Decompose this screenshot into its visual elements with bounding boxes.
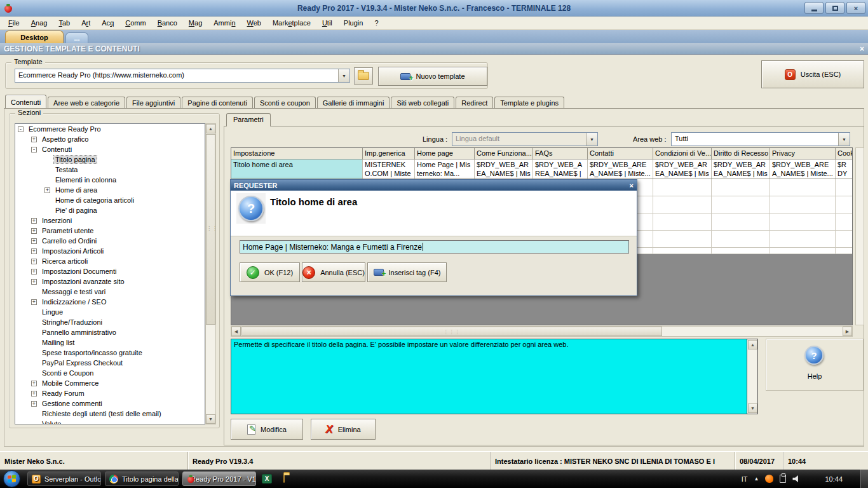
tree-expand-icon[interactable]: + <box>31 228 37 234</box>
area-web-combo[interactable]: Tutti ▼ <box>671 132 850 146</box>
main-tab[interactable]: Siti web collegati <box>391 97 454 109</box>
menu-item[interactable]: Plugin <box>338 18 369 28</box>
inserisci-tag-button[interactable]: + Inserisci tag (F4) <box>367 262 447 282</box>
main-tab[interactable]: Pagine di contenuti <box>182 97 253 109</box>
grid-empty-cell[interactable] <box>653 248 712 254</box>
menu-item[interactable]: Mag <box>183 18 208 28</box>
grid-cell[interactable]: $RDY_WEB_AREA_NAME$ | Miste... <box>588 159 653 179</box>
scroll-up-icon[interactable]: ▲ <box>748 340 757 349</box>
grid-empty-cell[interactable] <box>836 231 853 247</box>
grid-cell[interactable]: Home Page | Misterneko: Ma... <box>415 159 475 179</box>
annulla-button[interactable]: × Annulla (ESC) <box>302 262 365 282</box>
new-template-button[interactable]: + Nuovo template <box>378 67 487 86</box>
grid-empty-cell[interactable] <box>836 196 853 213</box>
description-scrollbar[interactable]: ▲ ▼ <box>747 339 757 414</box>
grid-empty-cell[interactable] <box>770 231 836 247</box>
tree-item[interactable]: + Gestione commenti <box>15 398 205 409</box>
tree-expand-icon[interactable]: + <box>31 381 37 386</box>
taskbar-button-chrome[interactable]: Titolo pagina della h... <box>105 471 179 486</box>
grid-cell[interactable]: $RDY_WEB_AREA_NAME$ | Miste... <box>653 159 712 179</box>
elimina-button[interactable]: X Elimina <box>311 419 376 440</box>
grid-cell[interactable]: $RDY_WEB_AREA_NAME$ | Miste... <box>475 159 533 179</box>
grid-column-header[interactable]: Diritto di Recesso <box>712 148 770 159</box>
tree-item[interactable]: Elementi in colonna <box>15 175 205 185</box>
taskbar-button-outlook[interactable]: O Serverplan - Outlook... <box>27 471 101 486</box>
maximize-button[interactable] <box>825 2 844 14</box>
tree-item[interactable]: Titolo pagina <box>15 154 205 165</box>
modifica-button[interactable]: Modifica <box>231 419 303 440</box>
title-input[interactable]: Home Page | Misterneko: Manga e Fumetti … <box>240 240 629 254</box>
tree-item[interactable]: - Contenuti <box>15 144 205 154</box>
menu-item[interactable]: Marketplace <box>267 18 316 28</box>
main-tab[interactable]: Redirect <box>456 97 493 109</box>
tree-expand-icon[interactable]: + <box>31 218 37 224</box>
tree-item[interactable]: + Impostazioni Articoli <box>15 246 205 256</box>
tray-expand-icon[interactable]: ▲ <box>754 476 759 482</box>
help-panel[interactable]: ? Help <box>766 339 864 391</box>
menu-item[interactable]: Tab <box>53 18 76 28</box>
tree-expand-icon[interactable]: + <box>31 391 37 396</box>
tree-item[interactable]: Messaggi e testi vari <box>15 287 205 297</box>
tree-item[interactable]: - Ecommerce Ready Pro <box>15 124 205 134</box>
main-tab[interactable]: Contenuti <box>5 95 46 109</box>
tree-expand-icon[interactable] <box>31 330 39 336</box>
tree-expand-icon[interactable] <box>44 157 53 163</box>
menu-item[interactable]: Anag <box>25 18 53 28</box>
main-tab[interactable]: File aggiuntivi <box>126 97 180 109</box>
grid-empty-cell[interactable] <box>836 248 853 254</box>
chevron-down-icon[interactable]: ▼ <box>586 133 597 146</box>
grid-cell[interactable]: MISTERNEKO.COM | Misterneko:... <box>363 159 415 179</box>
grid-vertical-scrollbar[interactable] <box>855 147 864 325</box>
tray-clock[interactable]: 10:44 <box>825 475 843 483</box>
tree-item[interactable]: Richieste degli utenti (testi delle emai… <box>15 409 205 419</box>
tree-item[interactable]: + Inserzioni <box>15 215 205 226</box>
grid-empty-cell[interactable] <box>836 179 853 196</box>
tree-expand-icon[interactable] <box>31 421 39 425</box>
tree-scrollbar[interactable]: ▲ ⋮⋮ ▼ <box>205 123 216 424</box>
chevron-down-icon[interactable]: ▼ <box>838 133 850 146</box>
tree-expand-icon[interactable]: - <box>31 147 37 152</box>
tree-expand-icon[interactable]: + <box>31 259 37 264</box>
tree-item[interactable]: + Home di area <box>15 185 205 195</box>
main-tab[interactable]: Gallerie di immagini <box>317 97 390 109</box>
tree-item[interactable]: + Indicizzazione / SEO <box>15 297 205 307</box>
tree-item[interactable]: Valute <box>15 419 205 424</box>
language-indicator[interactable]: IT <box>742 475 748 483</box>
grid-column-header[interactable]: Impostazione <box>231 148 363 159</box>
menu-item[interactable]: Web <box>241 18 267 28</box>
grid-scroll-thumb[interactable]: ⋮⋮⋮ <box>241 327 662 336</box>
tab-parametri[interactable]: Parametri <box>226 113 271 126</box>
close-button[interactable]: × <box>846 2 865 14</box>
menu-item[interactable]: Banco <box>152 18 183 28</box>
grid-empty-cell[interactable] <box>712 214 770 230</box>
tree-expand-icon[interactable]: + <box>31 299 37 305</box>
scroll-left-icon[interactable]: ◀ <box>231 327 241 336</box>
tree-expand-icon[interactable] <box>31 340 39 346</box>
grid-empty-cell[interactable] <box>770 248 836 254</box>
tree-item[interactable]: Mailing list <box>15 337 205 348</box>
avast-icon[interactable] <box>765 475 773 483</box>
menu-item[interactable]: Ammin <box>208 18 241 28</box>
grid-empty-cell[interactable] <box>653 214 712 230</box>
grid-column-header[interactable]: FAQs <box>533 148 588 159</box>
speaker-icon[interactable] <box>792 475 801 483</box>
grid-empty-cell[interactable] <box>712 231 770 247</box>
grid-cell[interactable]: $RDY_WEB_AREA_NAME$ | Miste... <box>770 159 836 179</box>
tree-expand-icon[interactable] <box>44 177 53 183</box>
help-icon[interactable]: ? <box>804 346 824 365</box>
menu-item[interactable]: Acq <box>96 18 119 28</box>
tree-item[interactable]: + Parametri utente <box>15 226 205 236</box>
grid-column-header[interactable]: Home page <box>415 148 475 159</box>
lingua-combo[interactable]: Lingua default ▼ <box>452 132 598 146</box>
tree-item[interactable]: Stringhe/Traduzioni <box>15 317 205 327</box>
tree-item[interactable]: Pannello amministrativo <box>15 327 205 337</box>
grid-data-row[interactable]: Titolo home di areaMISTERNEKO.COM | Mist… <box>231 159 852 179</box>
tree-expand-icon[interactable]: - <box>18 126 24 132</box>
tree-item[interactable]: Testata <box>15 165 205 175</box>
open-template-button[interactable] <box>354 67 373 85</box>
main-tab[interactable]: Template e plugins <box>494 97 564 109</box>
minimize-button[interactable] <box>804 2 824 14</box>
tree-expand-icon[interactable] <box>31 370 39 376</box>
tree-item[interactable]: Lingue <box>15 307 205 317</box>
menu-item[interactable]: ? <box>369 18 384 28</box>
